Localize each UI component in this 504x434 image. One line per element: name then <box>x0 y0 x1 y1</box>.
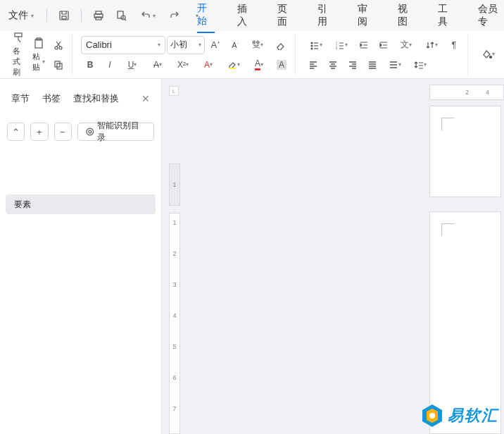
chevron-down-icon: ▾ <box>492 51 495 57</box>
tab-view[interactable]: 视图 <box>398 0 415 32</box>
align-left-icon <box>308 60 318 70</box>
save-button[interactable] <box>54 6 74 25</box>
paste-button[interactable]: 粘贴▾ <box>30 35 48 75</box>
tab-insert[interactable]: 插入 <box>237 0 255 32</box>
chevron-up-icon: ⌃ <box>12 127 20 137</box>
separator <box>46 9 47 22</box>
tab-member[interactable]: 会员专 <box>478 0 504 32</box>
ruler-tick: 7 <box>172 405 176 412</box>
align-justify-button[interactable] <box>363 56 382 74</box>
svg-point-16 <box>311 45 313 46</box>
chevron-down-icon: ▾ <box>398 61 401 68</box>
ruler-tick: 5 <box>172 343 176 350</box>
font-color-button[interactable]: A▾ <box>247 56 271 74</box>
undo-icon <box>140 10 151 21</box>
format-painter-icon <box>13 32 25 44</box>
align-right-button[interactable] <box>344 56 362 74</box>
undo-button[interactable]: ▾ <box>134 6 162 25</box>
element-row[interactable]: 要素 <box>6 194 156 214</box>
ruler-tick: 4 <box>172 312 176 319</box>
collapse-button[interactable]: ⌃ <box>7 123 25 141</box>
print-preview-button[interactable] <box>111 6 131 25</box>
vertical-ruler-margin[interactable]: 1 <box>169 163 180 206</box>
scissors-icon <box>53 40 63 50</box>
sidebar-tab-bookmarks[interactable]: 书签 <box>42 92 61 105</box>
chevron-down-icon: ▾ <box>237 61 240 68</box>
ribbon: 各式刷 粘贴▾ Calibri ▾ 小初 <box>0 31 504 79</box>
highlight-button[interactable]: ▾ <box>222 56 246 74</box>
sidebar-close-button[interactable]: ✕ <box>141 93 150 104</box>
page-margin-indicator <box>441 118 454 130</box>
text-effects-button[interactable]: A▾ <box>196 56 220 74</box>
chevron-down-icon: ▾ <box>345 42 348 48</box>
redo-button[interactable] <box>165 6 184 25</box>
eraser-icon <box>275 40 285 50</box>
chevron-down-icon: ▾ <box>435 42 438 48</box>
sidebar-toolbar: ⌃ + − 智能识别目录 <box>0 118 161 145</box>
sidebar-tab-chapters[interactable]: 章节 <box>11 92 30 105</box>
bullets-button[interactable]: ▾ <box>304 36 328 54</box>
superscript-icon: X² <box>177 60 186 70</box>
align-center-button[interactable] <box>324 56 342 74</box>
phonetic-guide-icon: 雙 <box>252 39 260 51</box>
tab-review[interactable]: 审阅 <box>358 0 375 32</box>
add-button[interactable]: + <box>30 123 48 141</box>
file-menu-label: 文件 <box>8 9 28 22</box>
chevron-down-icon: ▾ <box>424 61 427 68</box>
char-shading-button[interactable]: A <box>272 56 291 74</box>
bold-button[interactable]: B <box>81 56 99 74</box>
close-icon: ✕ <box>141 93 150 104</box>
superscript-button[interactable]: X²▾ <box>171 56 195 74</box>
underline-button[interactable]: U▾ <box>120 56 144 74</box>
tab-start[interactable]: 开始 <box>197 0 215 33</box>
minus-icon: − <box>60 127 65 137</box>
paragraph-marks-button[interactable]: ¶ <box>445 36 463 54</box>
italic-button[interactable]: I <box>101 56 119 74</box>
horizontal-ruler[interactable]: 2 4 <box>429 85 504 100</box>
distribute-button[interactable]: ▾ <box>383 56 407 74</box>
align-justify-icon <box>367 60 377 70</box>
bold-icon: B <box>87 60 94 70</box>
print-button[interactable] <box>89 6 108 25</box>
font-size-select[interactable]: 小初 ▾ <box>167 36 205 54</box>
ruler-tick: 3 <box>172 281 176 288</box>
tab-page[interactable]: 页面 <box>277 0 295 32</box>
sort-button[interactable]: ▾ <box>420 36 443 54</box>
cut-button[interactable] <box>49 36 68 54</box>
font-name-value: Calibri <box>86 39 112 50</box>
numbering-button[interactable]: 123▾ <box>329 36 353 54</box>
copy-icon <box>53 60 63 70</box>
tab-tools[interactable]: 工具 <box>438 0 455 32</box>
smart-toc-button[interactable]: 智能识别目录 <box>77 123 154 141</box>
change-case-button[interactable]: 雙▾ <box>246 36 270 54</box>
document-area: L 2 4 1 1 2 3 4 5 6 7 8 9 10 11 12 <box>162 79 504 434</box>
font-name-select[interactable]: Calibri ▾ <box>81 36 165 54</box>
ruler-tick: 6 <box>172 374 176 381</box>
copy-button[interactable] <box>49 56 68 74</box>
remove-button[interactable]: − <box>54 123 72 141</box>
align-left-button[interactable] <box>304 56 322 74</box>
clear-format-button[interactable] <box>271 36 289 54</box>
vertical-ruler[interactable]: 1 2 3 4 5 6 7 8 9 10 11 12 <box>169 213 180 434</box>
file-menu[interactable]: 文件 ▾ <box>3 6 39 25</box>
chevron-down-icon: ▾ <box>199 42 201 48</box>
svg-rect-2 <box>96 11 101 14</box>
decrease-indent-icon <box>359 40 369 50</box>
paragraph-group: ▾ 123▾ 文▾ ▾ ¶ ▾ ▾ <box>300 34 468 76</box>
shading-button[interactable]: ▾ <box>477 45 500 63</box>
increase-indent-button[interactable] <box>374 36 393 54</box>
decrease-font-button[interactable]: A- <box>226 36 244 54</box>
strikethrough-button[interactable]: A▾ <box>146 56 170 74</box>
element-label: 要素 <box>14 199 31 211</box>
line-spacing-button[interactable]: ▾ <box>408 56 432 74</box>
page-margin-indicator <box>441 223 454 236</box>
text-direction-button[interactable]: 文▾ <box>394 36 418 54</box>
decrease-indent-button[interactable] <box>355 36 373 54</box>
ai-icon <box>85 127 95 137</box>
format-painter-button[interactable]: 各式刷 <box>10 29 28 80</box>
page-thumbnail-2[interactable] <box>429 211 501 434</box>
increase-font-button[interactable]: A+ <box>206 36 225 54</box>
page-thumbnail-1[interactable] <box>429 106 501 197</box>
sidebar-tab-find-replace[interactable]: 查找和替换 <box>73 92 119 105</box>
tab-reference[interactable]: 引用 <box>317 0 335 32</box>
